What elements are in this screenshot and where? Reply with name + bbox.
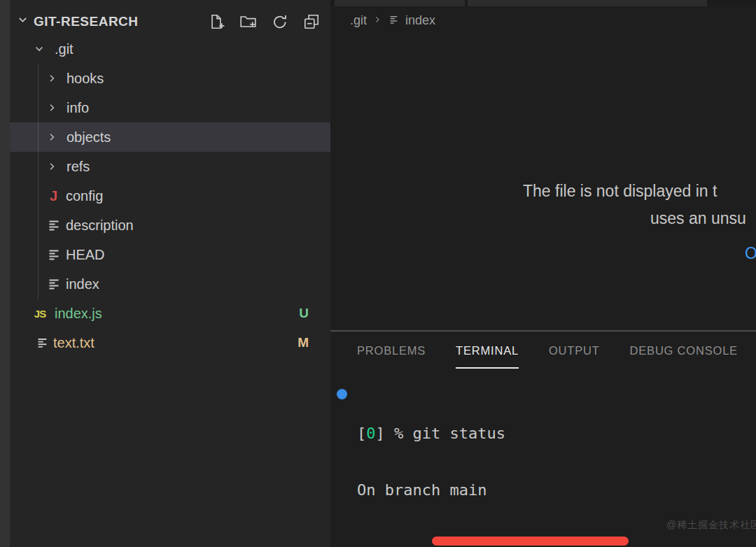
chevron-down-icon[interactable] <box>17 14 29 29</box>
editor-tab-partial[interactable] <box>468 0 707 6</box>
config-file-icon: J <box>46 188 62 204</box>
tree-item-label: objects <box>66 129 111 145</box>
editor-pane: .git index The file is not displayed in … <box>330 0 756 330</box>
bottom-panel: PROBLEMS TERMINAL OUTPUT DEBUG CONSOLE [… <box>330 330 756 547</box>
tree-item-label: description <box>66 218 134 234</box>
new-file-button[interactable] <box>207 13 225 31</box>
prompt-exit-code: 0 <box>366 425 375 442</box>
open-anyway-link[interactable]: O <box>745 244 756 263</box>
tree-item-info[interactable]: info <box>10 93 330 122</box>
tree-item-label: config <box>66 188 103 204</box>
explorer-section-header[interactable]: GIT-RESEARCH <box>10 0 330 34</box>
tree-item-config[interactable]: J config <box>10 181 330 211</box>
breadcrumb-separator-icon <box>373 13 382 28</box>
new-file-icon <box>207 13 225 31</box>
tree-item-hooks[interactable]: hooks <box>10 64 330 93</box>
js-file-icon: JS <box>32 308 48 320</box>
explorer-sidebar: GIT-RESEARCH .git hooks info objects <box>10 0 330 547</box>
binary-file-message-line2: uses an unsu <box>650 209 746 228</box>
file-tree: .git hooks info objects refs J config de… <box>10 34 330 357</box>
text-file-icon <box>35 336 49 350</box>
prompt-bracket: [ <box>357 425 366 442</box>
red-highlight-annotation <box>432 537 629 546</box>
tree-item-label: index <box>66 276 99 292</box>
panel-tab-bar: PROBLEMS TERMINAL OUTPUT DEBUG CONSOLE <box>330 332 756 369</box>
text-file-icon <box>388 13 399 28</box>
editor-tab-bar <box>330 0 756 6</box>
tree-item-label: info <box>66 100 89 116</box>
text-file-icon <box>46 276 62 292</box>
tree-item-label: index.js <box>55 306 102 322</box>
prompt-command: ] % git status <box>376 425 505 442</box>
explorer-project-title: GIT-RESEARCH <box>34 14 139 29</box>
tree-item-label: .git <box>55 41 74 57</box>
tab-problems[interactable]: PROBLEMS <box>357 332 426 369</box>
tree-item-index[interactable]: index <box>10 269 330 299</box>
tab-terminal[interactable]: TERMINAL <box>456 332 519 369</box>
terminal-command-decoration-dot[interactable] <box>337 389 347 399</box>
tree-item-index-js[interactable]: JS index.js U <box>10 299 330 328</box>
git-status-badge-untracked: U <box>299 306 309 321</box>
tree-item-label: refs <box>66 159 90 175</box>
text-file-icon <box>46 218 62 233</box>
new-folder-icon <box>239 13 258 31</box>
tab-debug-console[interactable]: DEBUG CONSOLE <box>630 332 738 369</box>
tree-item-refs[interactable]: refs <box>10 152 330 181</box>
tab-output[interactable]: OUTPUT <box>549 332 600 369</box>
breadcrumb-item-file[interactable]: index <box>405 13 435 28</box>
tree-item-label: hooks <box>66 71 104 87</box>
chevron-right-icon <box>47 161 57 172</box>
terminal-line: On branch main <box>357 481 756 499</box>
tree-item-description[interactable]: description <box>10 211 330 240</box>
tree-item-text-txt[interactable]: text.txt M <box>10 328 330 357</box>
terminal-line-prompt: [0] % git status <box>357 424 756 443</box>
binary-file-message-line1: The file is not displayed in t <box>523 182 717 201</box>
breadcrumb: .git index <box>330 6 756 34</box>
watermark: @稀土掘金技术社区 <box>666 519 756 532</box>
tree-item-label: HEAD <box>66 247 105 263</box>
collapse-all-icon <box>302 13 321 31</box>
collapse-all-button[interactable] <box>302 13 321 31</box>
refresh-icon <box>271 13 289 31</box>
tree-item-head[interactable]: HEAD <box>10 240 330 269</box>
chevron-down-icon <box>34 43 45 55</box>
editor-tab-partial[interactable] <box>335 0 465 6</box>
text-file-icon <box>46 247 62 262</box>
refresh-button[interactable] <box>271 13 289 31</box>
tree-item-git-folder[interactable]: .git <box>10 34 330 64</box>
activity-bar-edge <box>0 0 10 547</box>
chevron-right-icon <box>47 73 57 84</box>
git-status-badge-modified: M <box>298 335 309 350</box>
explorer-actions <box>207 13 321 31</box>
tree-item-objects[interactable]: objects <box>10 122 330 152</box>
chevron-right-icon <box>47 132 57 143</box>
chevron-right-icon <box>47 102 57 113</box>
tree-item-label: text.txt <box>53 335 94 351</box>
indent-guide <box>38 64 38 299</box>
new-folder-button[interactable] <box>239 13 258 31</box>
breadcrumb-item-folder[interactable]: .git <box>350 13 367 28</box>
